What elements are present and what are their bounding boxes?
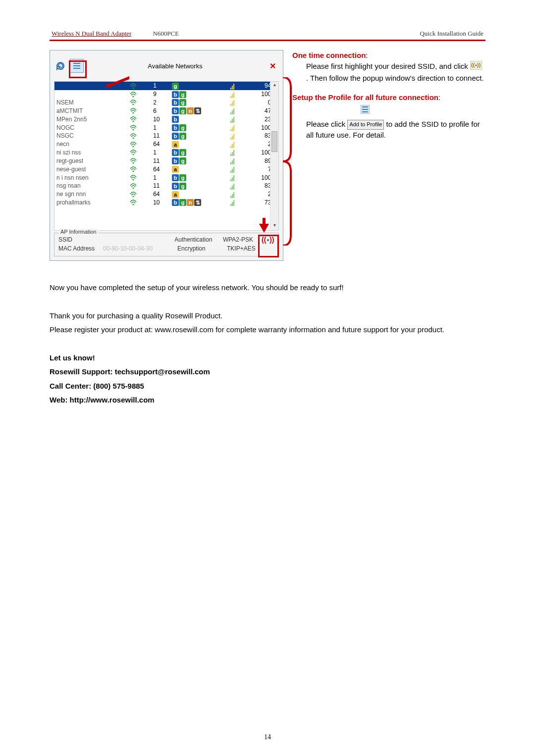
network-row[interactable]: ne sgn nnn64a2% bbox=[54, 190, 278, 199]
signal-icon bbox=[228, 106, 245, 115]
instructions-column: One time connection: Please first highli… bbox=[292, 50, 485, 141]
svg-rect-36 bbox=[233, 108, 234, 114]
enc-value: TKIP+AES bbox=[227, 245, 267, 252]
scroll-up-icon[interactable]: ▴ bbox=[270, 82, 278, 90]
ssid-cell: MPen 2nn5 bbox=[54, 115, 128, 123]
svg-rect-63 bbox=[232, 144, 233, 148]
svg-rect-1 bbox=[73, 65, 80, 66]
svg-rect-119 bbox=[232, 202, 233, 206]
mac-label: MAC Address bbox=[58, 245, 103, 252]
svg-point-59 bbox=[133, 146, 134, 147]
ssid-cell bbox=[54, 82, 128, 90]
support-text: Rosewill Support: techsupport@rosewill.c… bbox=[50, 367, 210, 376]
svg-rect-101 bbox=[232, 186, 233, 190]
connect-icon[interactable]: (()) bbox=[262, 236, 274, 244]
profile-list-icon[interactable] bbox=[70, 59, 84, 73]
network-row[interactable]: nese-guest64a7% bbox=[54, 165, 278, 173]
svg-text:g: g bbox=[181, 100, 185, 105]
svg-rect-85 bbox=[232, 169, 233, 173]
svg-point-122 bbox=[267, 239, 269, 241]
svg-text:)): )) bbox=[477, 62, 481, 68]
ssid-cell: nese-guest bbox=[54, 165, 128, 173]
network-row[interactable]: n i nsn nsen1bg100% bbox=[54, 173, 278, 182]
svg-text:b: b bbox=[174, 116, 177, 122]
body-text: Now you have completed the setup of your… bbox=[50, 281, 485, 407]
svg-rect-79 bbox=[232, 160, 233, 164]
page-header: Wireless N Dual Band Adapter N600PCE Qui… bbox=[50, 30, 485, 39]
svg-point-73 bbox=[133, 162, 134, 164]
wifi-icon bbox=[128, 123, 151, 132]
svg-text:((: (( bbox=[471, 62, 475, 68]
mode-icons: bg bbox=[170, 156, 228, 165]
svg-text:⇅: ⇅ bbox=[196, 108, 200, 114]
network-row[interactable]: MPen 2nn510b23% bbox=[54, 115, 278, 123]
svg-text:b: b bbox=[174, 92, 177, 98]
ssid-cell: NOGC bbox=[54, 123, 128, 132]
svg-rect-50 bbox=[233, 125, 234, 131]
scroll-down-icon[interactable]: ▾ bbox=[270, 222, 278, 230]
svg-text:b: b bbox=[174, 183, 177, 189]
svg-point-9 bbox=[133, 96, 134, 97]
svg-rect-134 bbox=[362, 109, 368, 110]
ssid-cell: NSGC bbox=[54, 132, 128, 140]
mode-icons: g bbox=[170, 82, 228, 90]
network-row[interactable]: NSGC11bg83% bbox=[54, 132, 278, 140]
add-to-profile-button[interactable]: Add to Profile bbox=[347, 120, 384, 130]
svg-text:)): )) bbox=[269, 236, 274, 244]
signal-icon bbox=[228, 165, 245, 173]
network-row[interactable]: aMCTMIT6bgn⇅47% bbox=[54, 106, 278, 115]
svg-point-17 bbox=[133, 104, 134, 105]
available-networks-window: Available Networks ✕ 1g94%9bg100%NSEM2bg… bbox=[50, 50, 283, 261]
network-row[interactable]: NSEM2bg0% bbox=[54, 99, 278, 107]
svg-rect-35 bbox=[232, 110, 233, 114]
channel-cell: 1 bbox=[151, 123, 170, 132]
product-link[interactable]: Wireless N Dual Band Adapter bbox=[52, 30, 131, 37]
network-row[interactable]: necn64a2% bbox=[54, 140, 278, 149]
svg-point-109 bbox=[133, 204, 134, 205]
wifi-icon bbox=[128, 99, 151, 107]
svg-rect-86 bbox=[233, 167, 234, 173]
svg-rect-42 bbox=[233, 117, 234, 123]
svg-point-25 bbox=[133, 112, 134, 114]
refresh-icon[interactable] bbox=[54, 59, 67, 72]
header-divider bbox=[50, 40, 485, 41]
network-row[interactable]: 9bg100% bbox=[54, 90, 278, 99]
svg-text:b: b bbox=[174, 175, 177, 181]
signal-icon bbox=[228, 199, 245, 207]
network-row[interactable]: ni szi nss1bg100% bbox=[54, 149, 278, 157]
network-row[interactable]: regt-guest11bg89% bbox=[54, 156, 278, 165]
mode-icons: bg bbox=[170, 90, 228, 99]
svg-rect-70 bbox=[230, 154, 231, 156]
close-icon[interactable]: ✕ bbox=[267, 61, 279, 71]
network-row[interactable]: 1g94% bbox=[54, 82, 278, 90]
signal-icon bbox=[228, 190, 245, 199]
wifi-icon bbox=[128, 82, 151, 90]
channel-cell: 10 bbox=[151, 115, 170, 123]
wifi-icon bbox=[128, 165, 151, 173]
wifi-icon bbox=[128, 90, 151, 99]
ssid-label: SSID bbox=[58, 236, 102, 244]
scrollbar[interactable]: ▴ ▾ bbox=[270, 82, 278, 230]
network-list[interactable]: 1g94%9bg100%NSEM2bg0%aMCTMIT6bgn⇅47%MPen… bbox=[54, 81, 279, 231]
ap-info-legend: AP Information bbox=[58, 229, 99, 235]
signal-icon bbox=[228, 182, 245, 190]
network-row[interactable]: NOGC1bg100% bbox=[54, 123, 278, 132]
auth-label: Authentication bbox=[174, 236, 223, 244]
svg-rect-71 bbox=[232, 152, 233, 156]
wifi-icon bbox=[128, 173, 151, 182]
register-text: Please register your product at: www.ros… bbox=[50, 325, 444, 334]
scrollbar-thumb[interactable] bbox=[271, 131, 277, 152]
ap-information-panel: AP Information SSID Authentication WPA2-… bbox=[54, 233, 279, 256]
ssid-cell: regt-guest bbox=[54, 156, 128, 165]
mode-icons: b bbox=[170, 115, 228, 123]
wifi-icon bbox=[128, 156, 151, 165]
network-row[interactable]: nsg nsan11bg83% bbox=[54, 182, 278, 190]
network-row[interactable]: prohallmarks10bgn⇅73% bbox=[54, 199, 278, 207]
svg-rect-106 bbox=[230, 196, 231, 198]
svg-rect-2 bbox=[73, 68, 80, 69]
svg-text:a: a bbox=[174, 166, 177, 172]
call-text: Call Center: (800) 575-9885 bbox=[50, 382, 144, 390]
setup-heading: Setup the Profile for all future connect… bbox=[292, 93, 438, 101]
svg-text:b: b bbox=[174, 150, 177, 155]
svg-text:b: b bbox=[174, 108, 177, 114]
